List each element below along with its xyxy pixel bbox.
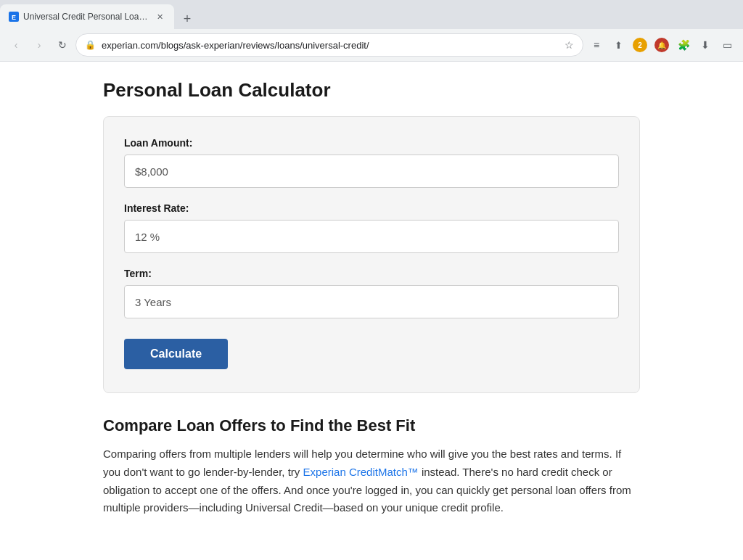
interest-rate-input[interactable] <box>124 220 619 253</box>
url-text: experian.com/blogs/ask-experian/reviews/… <box>102 40 559 51</box>
interest-rate-group: Interest Rate: <box>124 202 619 253</box>
compare-section-title: Compare Loan Offers to Find the Best Fit <box>103 416 640 435</box>
menu-icon: ≡ <box>594 39 599 51</box>
tab-title-text: Universal Credit Personal Loan Re <box>23 12 149 22</box>
term-label: Term: <box>124 268 619 279</box>
tab-close-button[interactable]: ✕ <box>154 11 165 22</box>
profile-button[interactable]: 2 <box>630 35 650 55</box>
forward-button[interactable]: › <box>29 35 49 55</box>
tab-bar: E Universal Credit Personal Loan Re ✕ + <box>0 0 743 29</box>
download-icon: ⬇ <box>701 39 710 51</box>
share-icon: ⬆ <box>615 40 623 51</box>
calculate-button[interactable]: Calculate <box>124 339 228 369</box>
loan-amount-input[interactable] <box>124 155 619 188</box>
browser-chrome: E Universal Credit Personal Loan Re ✕ + … <box>0 0 743 62</box>
profile-avatar-icon: 2 <box>632 37 648 53</box>
active-tab[interactable]: E Universal Credit Personal Loan Re ✕ <box>0 4 174 29</box>
interest-rate-label: Interest Rate: <box>124 202 619 214</box>
compare-section: Compare Loan Offers to Find the Best Fit… <box>103 416 640 517</box>
tab-favicon: E <box>9 12 19 22</box>
lock-icon: 🔒 <box>85 40 96 50</box>
svg-text:🔔: 🔔 <box>657 41 667 50</box>
experian-creditmatch-link[interactable]: Experian CreditMatch™ <box>303 466 419 478</box>
page-title: Personal Loan Calculator <box>103 79 640 102</box>
term-input[interactable] <box>124 285 619 318</box>
page-content: Personal Loan Calculator Loan Amount: In… <box>45 62 698 535</box>
compare-section-body: Comparing offers from multiple lenders w… <box>103 445 640 517</box>
back-button[interactable]: ‹ <box>6 35 26 55</box>
calculator-box: Loan Amount: Interest Rate: Term: Calcul… <box>103 116 640 393</box>
new-tab-button[interactable]: + <box>177 9 197 29</box>
cast-button[interactable]: ▭ <box>717 35 737 55</box>
notification-button[interactable]: 🔔 <box>652 35 672 55</box>
reload-icon: ↻ <box>58 39 67 51</box>
cast-icon: ▭ <box>723 39 732 51</box>
share-button[interactable]: ⬆ <box>608 35 628 55</box>
download-button[interactable]: ⬇ <box>695 35 715 55</box>
svg-text:E: E <box>12 14 16 21</box>
loan-amount-group: Loan Amount: <box>124 137 619 188</box>
bookmark-icon[interactable]: ☆ <box>565 39 574 51</box>
loan-amount-label: Loan Amount: <box>124 137 619 149</box>
extensions-icon: 🧩 <box>678 39 690 51</box>
browser-menu-button[interactable]: ≡ <box>586 35 607 55</box>
svg-text:2: 2 <box>638 41 642 49</box>
reload-button[interactable]: ↻ <box>52 35 73 55</box>
nav-bar: ‹ › ↻ 🔒 experian.com/blogs/ask-experian/… <box>0 29 743 61</box>
address-bar[interactable]: 🔒 experian.com/blogs/ask-experian/review… <box>75 33 583 57</box>
nav-actions: ≡ ⬆ 2 🔔 🧩 ⬇ <box>586 35 737 55</box>
back-icon: ‹ <box>15 39 18 51</box>
extensions-button[interactable]: 🧩 <box>673 35 694 55</box>
term-group: Term: <box>124 268 619 318</box>
notification-icon: 🔔 <box>654 37 670 53</box>
forward-icon: › <box>38 39 41 51</box>
